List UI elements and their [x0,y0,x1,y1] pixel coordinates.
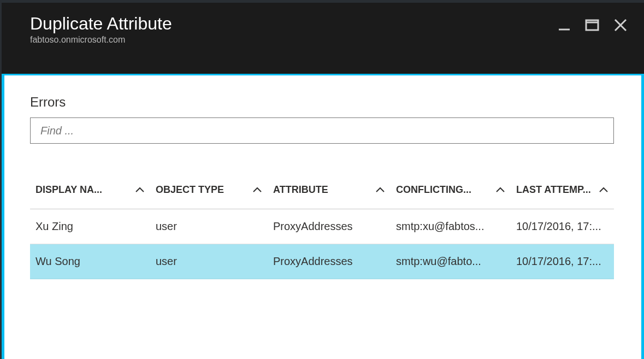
section-heading: Errors [30,95,614,110]
column-header-display-name[interactable]: DISPLAY NA... [30,176,150,209]
column-header-attribute[interactable]: ATTRIBUTE [268,176,391,209]
cell-attribute: ProxyAddresses [268,244,391,279]
table-row[interactable]: Xu Zing user ProxyAddresses smtp:xu@fabt… [30,209,614,244]
chevron-up-icon [135,187,145,193]
cell-last-attempt: 10/17/2016, 17:... [511,209,614,244]
column-label: LAST ATTEMP... [516,184,591,196]
page-title: Duplicate Attribute [30,14,614,34]
cell-display-name: Wu Song [30,244,150,279]
maximize-icon[interactable] [585,19,599,32]
cell-conflicting: smtp:wu@fabto... [391,244,511,279]
column-label: DISPLAY NA... [36,184,102,196]
errors-table: DISPLAY NA... OBJECT TYPE ATTRIBUTE [30,176,614,279]
window-header: Duplicate Attribute fabtoso.onmicrosoft.… [0,0,644,75]
cell-display-name: Xu Zing [30,209,150,244]
minimize-icon[interactable] [558,19,571,32]
cell-object-type: user [150,209,268,244]
chevron-up-icon [252,187,262,193]
column-header-last-attempt[interactable]: LAST ATTEMP... [511,176,614,209]
cell-last-attempt: 10/17/2016, 17:... [511,244,614,279]
column-header-conflicting[interactable]: CONFLICTING... [391,176,511,209]
window-controls [558,18,628,32]
page-subtitle: fabtoso.onmicrosoft.com [30,35,614,45]
chevron-up-icon [375,187,385,193]
close-icon[interactable] [613,18,628,32]
search-input[interactable] [30,117,614,144]
column-label: ATTRIBUTE [273,184,328,196]
content-area: Errors DISPLAY NA... [0,75,644,279]
column-header-object-type[interactable]: OBJECT TYPE [150,176,268,209]
chevron-up-icon [599,187,608,193]
column-label: CONFLICTING... [396,184,471,196]
cell-object-type: user [150,244,268,279]
table-row[interactable]: Wu Song user ProxyAddresses smtp:wu@fabt… [30,244,614,279]
column-label: OBJECT TYPE [156,184,224,196]
chevron-up-icon [495,187,505,193]
cell-conflicting: smtp:xu@fabtos... [391,209,511,244]
cell-attribute: ProxyAddresses [268,209,391,244]
